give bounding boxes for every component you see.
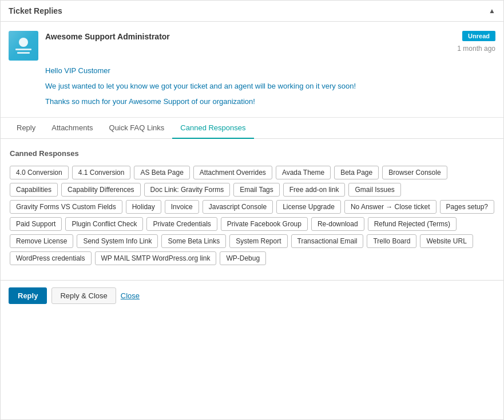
canned-response-tag[interactable]: Free add-on link <box>283 183 346 197</box>
reply-meta: Awesome Support Administrator <box>9 31 170 61</box>
canned-responses-panel: Canned Responses 4.0 Conversion4.1 Conve… <box>1 139 503 280</box>
tab-attachments[interactable]: Attachments <box>43 118 101 139</box>
ticket-replies-container: Ticket Replies ▲ Awesome Support Adminis… <box>0 0 504 420</box>
canned-response-tag[interactable]: Beta Page <box>334 166 379 179</box>
reply-button[interactable]: Reply <box>9 287 47 304</box>
canned-response-tag[interactable]: No Answer → Close ticket <box>344 200 436 214</box>
canned-response-tag[interactable]: Gravity Forms VS Custom Fields <box>10 200 122 214</box>
reply-block: Awesome Support Administrator Unread 1 m… <box>1 22 503 118</box>
reply-header: Awesome Support Administrator Unread 1 m… <box>9 31 495 61</box>
canned-response-tag[interactable]: Avada Theme <box>276 166 331 179</box>
canned-response-tag[interactable]: WP MAIL SMTP WordPress.org link <box>95 251 217 265</box>
reply-close-button[interactable]: Reply & Close <box>51 287 116 304</box>
canned-response-tag[interactable]: Invoice <box>165 200 199 214</box>
canned-response-tag[interactable]: AS Beta Page <box>134 166 189 179</box>
reply-right: Unread 1 month ago <box>457 31 495 53</box>
canned-response-tag[interactable]: Pages setup? <box>440 200 494 214</box>
canned-response-tag[interactable]: Browser Console <box>382 166 447 179</box>
canned-response-tag[interactable]: WP-Debug <box>220 251 266 265</box>
canned-response-tag[interactable]: Re-download <box>311 217 364 231</box>
tags-container: 4.0 Conversion4.1 ConversionAS Beta Page… <box>10 166 494 265</box>
avatar <box>9 31 38 61</box>
collapse-icon[interactable]: ▲ <box>489 7 495 15</box>
reply-author: Awesome Support Administrator <box>45 32 170 41</box>
canned-response-tag[interactable]: 4.1 Conversion <box>72 166 131 179</box>
canned-response-tag[interactable]: Plugin Conflict Check <box>65 217 143 231</box>
canned-response-tag[interactable]: Trello Board <box>367 234 416 248</box>
canned-response-tag[interactable]: Some Beta Links <box>161 234 226 248</box>
reply-content: Hello VIP Customer We just wanted to let… <box>45 66 495 106</box>
ticket-replies-header: Ticket Replies ▲ <box>1 1 503 22</box>
reply-author-block: Awesome Support Administrator <box>45 31 170 41</box>
tab-canned-responses[interactable]: Canned Responses <box>172 118 253 139</box>
canned-response-tag[interactable]: Capability Differences <box>61 183 141 197</box>
canned-response-tag[interactable]: Attachment Overrides <box>193 166 272 179</box>
reply-greeting: Hello VIP Customer <box>45 66 495 75</box>
canned-response-tag[interactable]: Gmail Issues <box>348 183 400 197</box>
canned-response-tag[interactable]: Private Credentials <box>146 217 217 231</box>
canned-response-tag[interactable]: Send System Info Link <box>77 234 158 248</box>
canned-response-tag[interactable]: Refund Rejected (Terms) <box>368 217 457 231</box>
canned-response-tag[interactable]: Doc Link: Gravity Forms <box>144 183 231 197</box>
canned-response-tag[interactable]: Javascript Console <box>203 200 273 214</box>
canned-response-tag[interactable]: WordPress credentials <box>10 251 92 265</box>
reply-time: 1 month ago <box>457 45 495 53</box>
canned-response-tag[interactable]: Paid Support <box>10 217 62 231</box>
canned-response-tag[interactable]: Holiday <box>126 200 161 214</box>
canned-response-tag[interactable]: Private Facebook Group <box>221 217 308 231</box>
tabs-container: Reply Attachments Quick FAQ Links Canned… <box>1 118 503 139</box>
canned-response-tag[interactable]: Remove License <box>10 234 73 248</box>
canned-response-tag[interactable]: 4.0 Conversion <box>10 166 69 179</box>
canned-response-tag[interactable]: Transactional Email <box>291 234 364 248</box>
footer-bar: Reply Reply & Close Close <box>1 280 503 311</box>
tab-quick-faq-links[interactable]: Quick FAQ Links <box>101 118 173 139</box>
ticket-replies-title: Ticket Replies <box>9 6 62 15</box>
tab-reply[interactable]: Reply <box>9 118 43 139</box>
unread-badge: Unread <box>462 31 495 41</box>
canned-response-tag[interactable]: System Report <box>229 234 287 248</box>
canned-response-tag[interactable]: Capabilities <box>10 183 58 197</box>
close-link-button[interactable]: Close <box>121 291 140 300</box>
canned-response-tag[interactable]: Email Tags <box>233 183 279 197</box>
reply-thanks: Thanks so much for your Awesome Support … <box>45 97 495 106</box>
canned-response-tag[interactable]: License Upgrade <box>276 200 341 214</box>
reply-body: We just wanted to let you know we got yo… <box>45 81 495 93</box>
canned-response-tag[interactable]: Website URL <box>420 234 473 248</box>
canned-responses-heading: Canned Responses <box>10 149 494 158</box>
